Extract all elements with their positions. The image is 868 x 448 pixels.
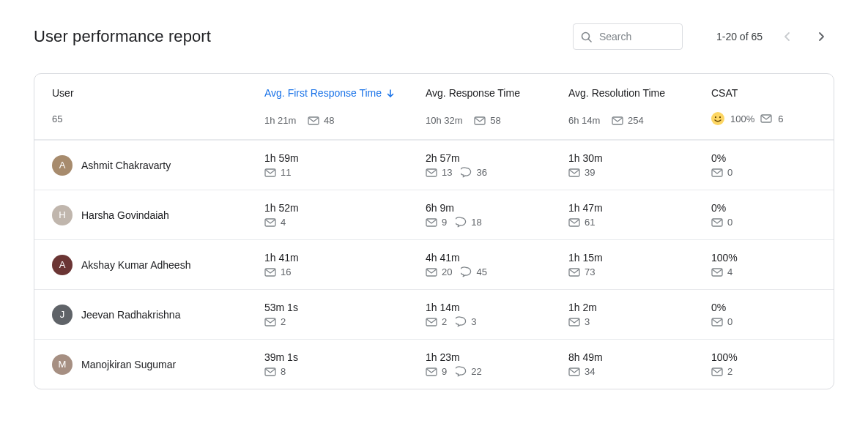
envelope-icon <box>711 268 723 277</box>
pager-next-button[interactable] <box>808 23 834 50</box>
avatar: M <box>52 354 73 375</box>
avatar: H <box>52 205 73 225</box>
envelope-icon <box>612 116 623 125</box>
user-name: Jeevan Radhakrishna <box>81 309 180 321</box>
envelope-icon <box>711 218 723 227</box>
cell-res: 1h 15m <box>568 252 711 264</box>
cell-rt-mail: 2 <box>442 316 447 327</box>
cell-res-mail: 39 <box>585 167 595 178</box>
cell-csat-mail: 0 <box>727 316 732 327</box>
cell-rt-mail: 13 <box>442 167 452 178</box>
chat-icon <box>456 217 467 228</box>
column-header-csat[interactable]: CSAT <box>711 87 738 99</box>
user-name: Manojkiran Sugumar <box>81 359 176 370</box>
cell-rt-chat: 36 <box>476 167 486 178</box>
envelope-icon <box>474 116 486 125</box>
pager-range: 1-20 of 65 <box>716 31 763 42</box>
envelope-icon <box>264 367 276 376</box>
cell-rt: 4h 41m <box>426 252 568 264</box>
envelope-icon <box>264 218 276 227</box>
cell-rt: 2h 57m <box>426 152 568 164</box>
chat-icon <box>461 266 472 277</box>
cell-frt: 1h 52m <box>264 202 426 214</box>
cell-csat-mail: 0 <box>727 167 732 178</box>
column-header-res[interactable]: Avg. Resolution Time <box>568 87 665 99</box>
envelope-icon <box>711 318 723 326</box>
chat-icon <box>456 316 467 327</box>
cell-csat: 100% <box>711 351 816 363</box>
sort-arrow-down-icon <box>386 89 395 98</box>
envelope-icon <box>426 367 437 376</box>
cell-res: 1h 30m <box>568 152 711 164</box>
envelope-icon <box>426 218 437 227</box>
column-header-user[interactable]: User <box>52 87 74 99</box>
smile-icon <box>711 112 724 125</box>
envelope-icon <box>568 318 580 326</box>
envelope-icon <box>264 268 276 277</box>
cell-csat-mail: 2 <box>727 366 732 377</box>
chevron-left-icon <box>782 31 793 42</box>
table-row[interactable]: A Ashmit Chakravarty 1h 59m 11 2h 57m 13… <box>34 140 834 190</box>
cell-rt-mail: 20 <box>442 266 452 277</box>
cell-frt: 39m 1s <box>264 351 426 363</box>
envelope-icon <box>711 168 723 177</box>
chat-icon <box>461 167 472 178</box>
cell-frt-mail: 8 <box>281 366 286 377</box>
table-row[interactable]: H Harsha Govindaiah 1h 52m 4 6h 9m 9 18 … <box>34 190 834 239</box>
cell-frt-mail: 2 <box>281 316 286 327</box>
page-title: User performance report <box>34 27 561 46</box>
cell-res: 1h 2m <box>568 302 711 313</box>
summary-res: 6h 14m <box>568 115 600 126</box>
envelope-icon <box>308 116 319 125</box>
envelope-icon <box>426 168 437 177</box>
cell-rt: 1h 23m <box>426 351 568 363</box>
cell-frt: 53m 1s <box>264 302 426 313</box>
pager-prev-button[interactable] <box>774 23 801 50</box>
cell-frt-mail: 16 <box>281 266 291 277</box>
cell-csat: 100% <box>711 252 816 264</box>
cell-csat-mail: 4 <box>727 266 732 277</box>
user-name: Ashmit Chakravarty <box>81 160 171 171</box>
table-row[interactable]: J Jeevan Radhakrishna 53m 1s 2 1h 14m 2 … <box>34 289 834 339</box>
cell-rt-chat: 22 <box>471 366 481 377</box>
cell-res-mail: 3 <box>585 316 590 327</box>
cell-csat: 0% <box>711 302 816 313</box>
cell-res-mail: 34 <box>585 366 595 377</box>
summary-csat-mail: 6 <box>778 113 783 124</box>
column-header-frt-label: Avg. First Response Time <box>264 87 382 99</box>
report-table: User Avg. First Response Time Avg. Respo… <box>34 73 834 389</box>
cell-frt: 1h 59m <box>264 152 426 164</box>
envelope-icon <box>568 168 580 177</box>
cell-rt: 1h 14m <box>426 302 568 313</box>
cell-frt-mail: 4 <box>281 217 286 228</box>
search-box[interactable] <box>573 23 683 50</box>
envelope-icon <box>568 367 580 376</box>
summary-rt-mail: 58 <box>490 115 500 126</box>
user-name: Akshay Kumar Adheesh <box>81 259 190 271</box>
summary-csat: 100% <box>730 113 754 124</box>
summary-rt: 10h 32m <box>426 115 463 126</box>
table-row[interactable]: A Akshay Kumar Adheesh 1h 41m 16 4h 41m … <box>34 239 834 289</box>
column-header-frt[interactable]: Avg. First Response Time <box>264 87 395 99</box>
cell-rt-chat: 3 <box>471 316 476 327</box>
user-name: Harsha Govindaiah <box>81 209 169 221</box>
envelope-icon <box>568 268 580 277</box>
summary-frt-mail: 48 <box>324 115 334 126</box>
envelope-icon <box>264 318 276 326</box>
column-header-rt[interactable]: Avg. Response Time <box>426 87 520 99</box>
avatar: A <box>52 155 73 176</box>
cell-rt-mail: 9 <box>442 217 447 228</box>
cell-rt-chat: 18 <box>471 217 481 228</box>
cell-frt: 1h 41m <box>264 252 426 264</box>
summary-user-count: 65 <box>52 112 264 126</box>
envelope-icon <box>264 168 276 177</box>
search-input[interactable] <box>598 30 675 43</box>
table-row[interactable]: M Manojkiran Sugumar 39m 1s 8 1h 23m 9 2… <box>34 339 834 389</box>
envelope-icon <box>760 114 772 123</box>
search-icon <box>581 31 592 42</box>
cell-res: 1h 47m <box>568 202 711 214</box>
cell-rt: 6h 9m <box>426 202 568 214</box>
avatar: A <box>52 255 73 275</box>
cell-csat: 0% <box>711 152 816 164</box>
envelope-icon <box>426 268 437 277</box>
